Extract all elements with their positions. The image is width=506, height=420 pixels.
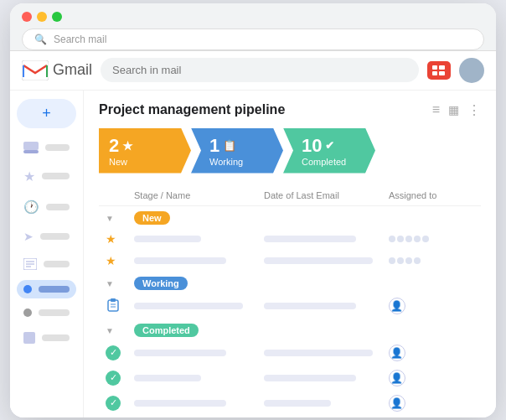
gmail-logo-icon [22, 60, 49, 80]
gmail-logo: Gmail [22, 60, 92, 80]
gmail-search-input[interactable] [101, 58, 419, 82]
stage-working-icon: 📋 [223, 139, 236, 152]
dot [422, 236, 429, 242]
table-header-row: Stage / Name Date of Last Email Assigned… [99, 185, 481, 206]
dot-yellow[interactable] [37, 12, 47, 22]
group-toggle-working[interactable]: ▼ [99, 272, 127, 293]
svg-rect-14 [23, 332, 35, 344]
table-body: ▼ New ★ [99, 205, 481, 416]
table-row[interactable]: ★ [99, 228, 481, 250]
pipeline-stages: 2 ★ New 1 📋 Working [99, 128, 481, 174]
stage-working-inner: 1 📋 Working [209, 135, 243, 167]
square-icon [23, 332, 35, 344]
col-name-header: Stage / Name [127, 185, 257, 206]
star-icon: ★ [106, 254, 116, 267]
compose-button[interactable]: + [17, 99, 76, 128]
svg-rect-4 [432, 65, 437, 70]
sidebar-item-sent[interactable]: ➤ [17, 225, 76, 248]
row-name-cell [127, 250, 257, 272]
user-avatar[interactable] [459, 58, 484, 83]
dot [397, 257, 404, 264]
stage-completed[interactable]: 10 ✔ Completed [283, 128, 375, 174]
panel-title: Project management pipeline [99, 102, 285, 117]
filter-icon[interactable]: ≡ [432, 102, 440, 117]
name-line [134, 350, 226, 356]
table-row[interactable]: ✓ 👤 [99, 340, 481, 366]
dot-green[interactable] [52, 12, 62, 22]
row-date-cell [257, 391, 382, 416]
group-badge-cell-new: New [127, 205, 481, 228]
row-icon-cell [99, 293, 127, 319]
person-icon: 👤 [389, 298, 405, 314]
table-row[interactable]: ✓ 👤 [99, 391, 481, 416]
dot [389, 236, 395, 242]
gmail-topbar: Gmail [10, 51, 496, 91]
table-header: Stage / Name Date of Last Email Assigned… [99, 185, 481, 206]
table-row[interactable]: 👤 [99, 293, 481, 319]
svg-rect-0 [22, 60, 49, 80]
stage-completed-inner: 10 ✔ Completed [302, 135, 346, 167]
group-row-completed: ▼ Completed [99, 319, 481, 340]
person-icon: 👤 [389, 395, 405, 412]
stage-working-top: 1 📋 [209, 135, 240, 157]
more-icon[interactable]: ⋮ [467, 102, 481, 118]
address-text: Search mail [54, 34, 472, 45]
group-toggle-new[interactable]: ▼ [99, 205, 127, 228]
stage-new[interactable]: 2 ★ New [99, 128, 191, 174]
date-line [264, 257, 373, 264]
row-assign-cell [382, 250, 481, 272]
check-icon: ✓ [106, 371, 121, 386]
browser-dots [22, 12, 484, 22]
row-icon-cell: ★ [99, 228, 127, 250]
grid-icon-btn[interactable] [427, 61, 451, 80]
assign-dots [389, 236, 474, 242]
table-row[interactable]: ★ [99, 250, 481, 272]
stage-working-label: Working [209, 157, 243, 167]
sidebar-item-recent[interactable]: 🕐 [17, 194, 76, 220]
date-line [264, 400, 331, 407]
badge-working: Working [134, 277, 188, 290]
date-line [264, 236, 356, 242]
check-icon: ✓ [106, 396, 121, 411]
dot [414, 236, 421, 242]
panel-header: Project management pipeline ≡ ▦ ⋮ [99, 102, 481, 118]
group-toggle-completed[interactable]: ▼ [99, 319, 127, 340]
name-line [134, 303, 243, 309]
address-bar: 🔍 Search mail [22, 29, 484, 50]
sidebar-item-active[interactable] [17, 280, 76, 298]
chart-icon[interactable]: ▦ [448, 103, 459, 117]
stage-working[interactable]: 1 📋 Working [191, 128, 283, 174]
name-line [134, 400, 226, 407]
sidebar-item-label2[interactable] [17, 303, 76, 322]
row-date-cell [257, 250, 382, 272]
svg-rect-8 [23, 142, 39, 150]
chevron-down-icon: ▼ [106, 326, 114, 335]
sidebar-label-line [45, 144, 70, 151]
sidebar-label-line [39, 286, 70, 293]
panel-actions: ≡ ▦ ⋮ [432, 102, 481, 118]
date-line [264, 350, 373, 356]
table-row[interactable]: ✓ 👤 [99, 366, 481, 391]
inbox-icon [23, 142, 39, 153]
group-row-working: ▼ Working [99, 272, 481, 293]
gmail-label: Gmail [53, 61, 92, 79]
sidebar-item-inbox[interactable] [17, 137, 76, 158]
row-name-cell [127, 391, 257, 416]
row-name-cell [127, 228, 257, 250]
name-line [134, 257, 226, 264]
grid-icon [432, 65, 446, 75]
dot-red[interactable] [22, 12, 32, 22]
star-icon: ★ [106, 232, 116, 246]
row-date-cell [257, 293, 382, 319]
svg-rect-7 [439, 71, 445, 75]
sidebar-item-starred[interactable]: ★ [17, 163, 76, 189]
chevron-down-icon: ▼ [106, 279, 114, 288]
content-panel: Project management pipeline ≡ ▦ ⋮ 2 ★ [84, 91, 496, 417]
sidebar-item-draft[interactable] [17, 253, 76, 275]
stage-completed-label: Completed [302, 157, 346, 167]
sidebar-item-label3[interactable] [17, 327, 76, 349]
sidebar-label-line [42, 173, 70, 179]
dot [397, 236, 404, 242]
assign-dots [389, 257, 474, 264]
row-name-cell [127, 293, 257, 319]
